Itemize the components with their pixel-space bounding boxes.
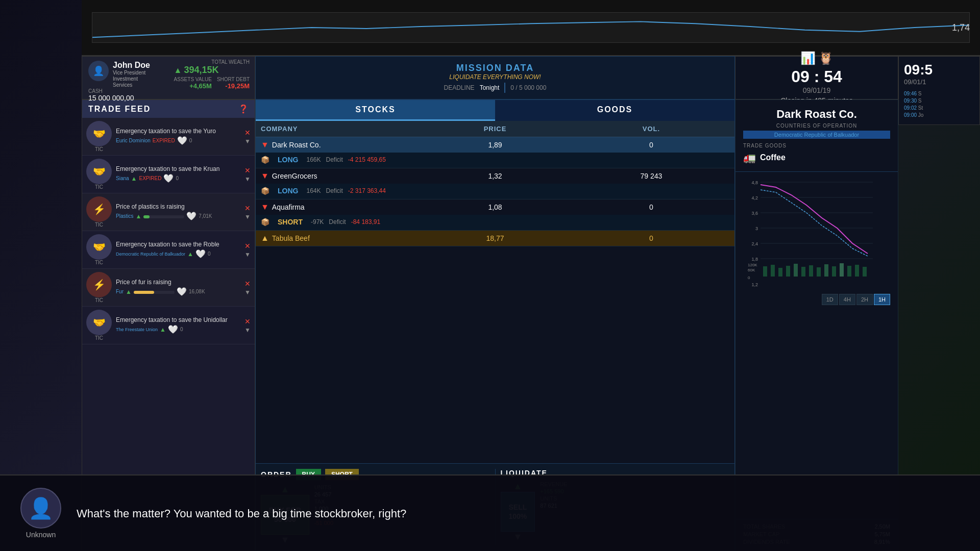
trade-goods-label: TRADE GOODS (743, 143, 890, 148)
chevron-down-icon[interactable]: ▼ (244, 327, 251, 334)
up-arrow-icon: ▲ (126, 288, 132, 295)
stock-vol: 0 (573, 203, 729, 211)
th-price: PRICE (417, 125, 573, 133)
svg-rect-18 (855, 265, 859, 277)
user-name: John Doe (113, 61, 150, 70)
svg-rect-9 (786, 266, 790, 277)
feed-love-count: 0 (189, 138, 192, 143)
table-row[interactable]: ▼ Aquafirma 1,08 0 📦 SHORT -97K Deficit … (256, 199, 734, 231)
wealth-amount: 394,15K (184, 65, 218, 76)
deficit-value: -4 215 459,65 (348, 156, 386, 163)
chevron-down-icon[interactable]: ▼ (244, 176, 251, 183)
th-company: COMPANY (261, 125, 417, 133)
position-status: Deficit (326, 187, 342, 194)
wealth-section: TOTAL WEALTH ▲ 394,15K ASSETS VALUE +4,6… (174, 59, 250, 90)
feed-msg: Emergency taxation to save the Kruan (116, 165, 240, 172)
close-icon[interactable]: ✕ (244, 129, 251, 137)
cash-label: CASH (88, 88, 134, 94)
header-row: 👤 John Doe Vice President Investment Ser… (82, 56, 898, 99)
stock-price: 18,77 (417, 234, 573, 242)
mission-subtitle: LIQUIDATE EVERYTHING NOW! (449, 73, 541, 81)
user-title2: Investment (113, 76, 150, 82)
tf-1h-button[interactable]: 1H (874, 294, 890, 305)
down-arrow-icon: ▼ (261, 171, 269, 181)
short-badge: SHORT (275, 217, 306, 227)
svg-rect-12 (809, 265, 813, 277)
owl-icon: 🦉 (818, 51, 834, 65)
countries-label: COUNTRIES OF OPERATION (743, 123, 890, 129)
table-row[interactable]: ▼ Dark Roast Co. 1,89 0 📦 LONG 166K Defi… (256, 137, 734, 168)
debt-label: SHORT DEBT (217, 77, 250, 82)
stock-price: 1,32 (417, 172, 573, 180)
table-row[interactable]: ▲ Tabula Beef 18,77 0 (256, 231, 734, 246)
table-row[interactable]: ▼ GreenGrocers 1,32 79 243 📦 LONG 164K D… (256, 168, 734, 199)
svg-text:120K: 120K (748, 263, 757, 267)
cash-row: CASH 15 000 000,00 (88, 88, 249, 102)
svg-rect-8 (778, 268, 782, 277)
stock-chart: 4,8 4,2 3,6 3 2,4 1,8 120K 60K 0 1,2 (741, 177, 893, 289)
trade-good-icon: 🚛 (743, 152, 756, 164)
help-icon[interactable]: ❓ (238, 104, 249, 114)
svg-rect-10 (794, 264, 798, 277)
chevron-down-icon[interactable]: ▼ (244, 138, 251, 145)
avatar: 🤝 (86, 310, 112, 335)
avatar: 🤝 (86, 234, 112, 260)
svg-rect-11 (801, 267, 805, 277)
feed-love-count: 7,01K (199, 213, 212, 219)
chart-area: 4,8 4,2 3,6 3 2,4 1,8 120K 60K 0 1,2 1D … (736, 172, 898, 519)
feed-msg: Emergency taxation to save the Roble (116, 241, 240, 248)
dialog-text: What's the matter? You wanted to be a bi… (77, 505, 960, 522)
tab-goods[interactable]: GOODS (495, 100, 734, 121)
tab-stocks[interactable]: STOCKS (256, 100, 495, 121)
svg-rect-17 (847, 266, 851, 277)
close-icon[interactable]: ✕ (244, 280, 251, 288)
feed-msg: Emergency taxation to save the Yuro (116, 128, 240, 135)
deadline-value: Tonight (480, 84, 500, 91)
close-icon[interactable]: ✕ (244, 317, 251, 325)
tf-2h-button[interactable]: 2H (856, 294, 873, 305)
close-icon[interactable]: ✕ (244, 242, 251, 250)
chevron-down-icon[interactable]: ▼ (244, 251, 251, 258)
deadline-row: DEADLINE Tonight 0 / 5 000 000 (444, 83, 547, 93)
avatar: ⚡ (86, 272, 112, 297)
deficit-value: -84 183,91 (351, 218, 380, 226)
feed-expired: EXPIRED (139, 176, 161, 181)
svg-text:60K: 60K (748, 268, 755, 272)
chevron-down-icon[interactable]: ▼ (244, 289, 251, 296)
feed-love-count: 16,08K (189, 289, 205, 294)
feed-love-icon: 🤍 (186, 211, 197, 221)
stocks-table: ▼ Dark Roast Co. 1,89 0 📦 LONG 166K Defi… (256, 137, 734, 463)
mission-panel: MISSION DATA LIQUIDATE EVERYTHING NOW! D… (255, 56, 735, 99)
feed-source: Euric Dominion (116, 138, 151, 143)
assets-row: ASSETS VALUE +4,65M SHORT DEBT -19,25M (174, 77, 250, 90)
stock-name: Tabula Beef (272, 234, 310, 242)
top-value: 1,74 (952, 22, 970, 33)
chevron-down-icon[interactable]: ▼ (244, 213, 251, 220)
position-icon: 📦 (261, 156, 270, 164)
position-amount: 166K (306, 156, 321, 163)
up-arrow-icon: ▲ (160, 326, 166, 333)
svg-rect-6 (763, 266, 767, 277)
stock-price: 1,08 (417, 203, 573, 211)
position-amount: -97K (311, 218, 324, 226)
feed-source: Siana (116, 176, 129, 181)
long-badge: LONG (275, 186, 301, 196)
list-item: ⚡ TIC Price of plastics is raising Plast… (82, 193, 255, 231)
company-name: Dark Roast Co. (743, 108, 890, 121)
stock-name: Aquafirma (272, 203, 305, 211)
feed-msg: Price of fur is raising (116, 279, 240, 286)
down-arrow-icon: ▼ (261, 203, 269, 212)
tf-4h-button[interactable]: 4H (839, 294, 855, 305)
mission-title: MISSION DATA (456, 63, 534, 73)
svg-rect-13 (817, 267, 821, 277)
svg-rect-7 (771, 265, 775, 277)
close-icon[interactable]: ✕ (244, 204, 251, 212)
stock-vol: 0 (573, 234, 729, 242)
tf-1d-button[interactable]: 1D (822, 294, 838, 305)
timeframe-buttons: 1D 4H 2H 1H (741, 291, 893, 308)
position-icon: 📦 (261, 187, 270, 195)
th-vol: VOL. (573, 125, 729, 133)
debt-value: -19,25M (217, 82, 250, 90)
svg-text:0: 0 (748, 276, 750, 280)
close-icon[interactable]: ✕ (244, 166, 251, 174)
